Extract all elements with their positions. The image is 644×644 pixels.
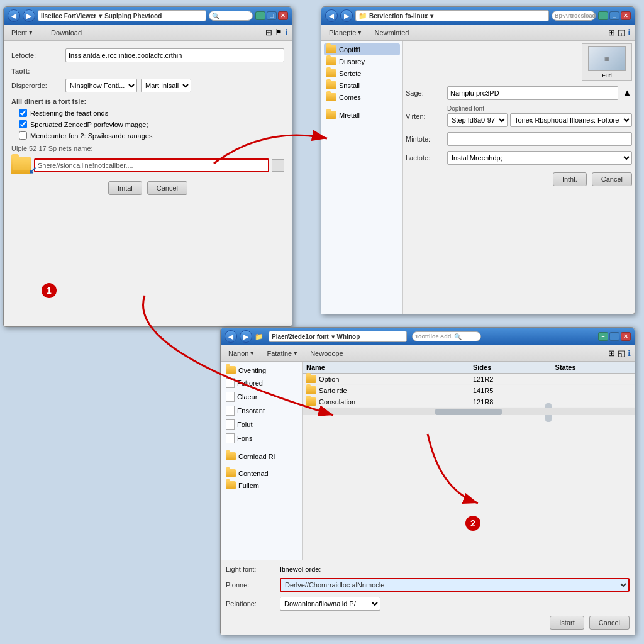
newooope-menu[interactable]: Newooope bbox=[306, 348, 347, 358]
sidebar-ensorant[interactable]: Ensorant bbox=[223, 404, 299, 418]
sidebar-claeur[interactable]: Claeur bbox=[223, 390, 299, 404]
fwd-btn-1[interactable]: ▶ bbox=[23, 9, 35, 22]
install-btn-1[interactable]: Imtal bbox=[108, 181, 142, 195]
back-btn-1[interactable]: ◀ bbox=[8, 9, 20, 22]
step-select[interactable]: Step Id6a0-97 bbox=[447, 113, 508, 127]
folder-icon-snstall bbox=[326, 81, 336, 89]
back-btn-3[interactable]: ◀ bbox=[225, 330, 237, 343]
checkbox-section: Alll dlnert is a fort fsle: Restiening t… bbox=[11, 97, 284, 140]
checkbox-row-2: Speruated ZencedP porfevlow magge; bbox=[11, 120, 284, 128]
browser-area: Ovehting Fettored Claeur Ensorant Folut bbox=[221, 362, 635, 560]
search-bar-1[interactable]: 🔍 bbox=[209, 11, 253, 21]
icon-help-2: ℹ bbox=[628, 28, 631, 37]
icon-flag-1: ⚑ bbox=[275, 28, 282, 37]
close-btn-3[interactable]: ✕ bbox=[621, 332, 631, 341]
file-icon-folut bbox=[226, 419, 235, 430]
file-icon-claeur bbox=[226, 392, 235, 402]
folder-icon-comes bbox=[326, 93, 336, 101]
sartoirde-row-content: Sartoirde bbox=[306, 386, 465, 394]
checkbox-2[interactable] bbox=[19, 120, 27, 128]
option-row-content: Option bbox=[306, 375, 465, 383]
sidebar-fuilem[interactable]: Fuilem bbox=[223, 479, 299, 491]
icon-help-3: ℹ bbox=[628, 348, 631, 358]
pelatione-row: Pelatione: Dowanlonafllownalid P/ bbox=[226, 597, 630, 611]
table-row[interactable]: Sartoirde 141R5 bbox=[303, 385, 635, 396]
table-row[interactable]: Consulation 121R8 bbox=[303, 396, 635, 408]
sidebar-cornload[interactable]: Cornload Ri bbox=[223, 450, 299, 462]
minimize-btn-3[interactable]: – bbox=[598, 332, 608, 341]
folder-dusorey[interactable]: Dusorey bbox=[324, 55, 400, 67]
file-list-3: Name Sides States Option bbox=[303, 362, 635, 560]
cell-option-sides: 121R2 bbox=[469, 374, 552, 385]
fatatine-menu[interactable]: Fatatine ▾ bbox=[263, 348, 301, 358]
plonne-select[interactable]: Derlve//Chomrraidloc alNnmocle bbox=[280, 578, 630, 592]
window-controls-3: – □ ✕ bbox=[598, 332, 631, 341]
folder-icon-large-1: ↙ bbox=[11, 157, 31, 174]
checkbox-row-3: Mendcunter fon 2: Spwilosarde ranages bbox=[11, 131, 284, 140]
mintote-input[interactable] bbox=[447, 132, 632, 146]
sidebar-contenad[interactable]: Contenad bbox=[223, 467, 299, 479]
newminted-menu[interactable]: Newminted bbox=[370, 28, 413, 38]
toolbar-icons-1: ⊞ ⚑ ℹ bbox=[265, 28, 288, 37]
back-btn-2[interactable]: ◀ bbox=[325, 9, 338, 22]
checkbox-1[interactable] bbox=[19, 109, 27, 117]
minimize-btn-2[interactable]: – bbox=[598, 11, 608, 20]
sidebar-ovehting[interactable]: Ovehting bbox=[223, 364, 299, 376]
download-menu[interactable]: Download bbox=[47, 28, 86, 38]
consulation-row-content: Consulation bbox=[306, 397, 465, 406]
folder-comes[interactable]: Comes bbox=[324, 91, 400, 103]
folder-icon-sartoirde bbox=[306, 386, 316, 394]
maximize-btn-1[interactable]: □ bbox=[267, 11, 277, 20]
sage-row: Sage: ▲ bbox=[406, 86, 632, 100]
toolbar-icons-3: ⊞ ◱ ℹ bbox=[608, 348, 631, 358]
disperorde-select2[interactable]: Mart Inisall bbox=[141, 79, 191, 92]
planepte-menu[interactable]: Planepte ▾ bbox=[325, 27, 365, 38]
toolbar-icons-2: ⊞ ◱ ℹ bbox=[608, 28, 631, 37]
path-input-field[interactable] bbox=[34, 158, 269, 172]
maximize-btn-2[interactable]: □ bbox=[609, 11, 619, 20]
folder-snstall[interactable]: Snstall bbox=[324, 79, 400, 91]
field-label: Ulpie 52 17 Sp nets name: bbox=[11, 145, 93, 152]
tonex-select[interactable]: Tonex Rbsphooal Illoanes: Foltore bbox=[510, 113, 632, 127]
sidebar-folut[interactable]: Folut bbox=[223, 418, 299, 431]
pelatione-select[interactable]: Dowanlonafllownalid P/ bbox=[280, 597, 380, 611]
toolbar-2: Planepte ▾ Newminted ⊞ ◱ ℹ bbox=[321, 25, 635, 41]
virten-row: Virten: Doplined font Step Id6a0-97 Tone… bbox=[406, 105, 632, 127]
cancel-btn-2[interactable]: Cancel bbox=[592, 172, 632, 186]
lactote-select[interactable]: InstallMrecnhdp; bbox=[447, 151, 632, 165]
search-bar-3[interactable]: 1oottiloe Add. 🔍 bbox=[412, 331, 481, 341]
maximize-btn-3[interactable]: □ bbox=[609, 332, 619, 341]
sidebar-fettored[interactable]: Fettored bbox=[223, 376, 299, 390]
search-bar-2[interactable]: Bp·Artroesload bbox=[552, 11, 596, 21]
location-input[interactable] bbox=[65, 48, 284, 62]
table-row[interactable]: Option 121R2 bbox=[303, 374, 635, 385]
folder-list: Coptiffl Dusorey Sertete Snstall Comes bbox=[321, 41, 403, 314]
folder-sertete[interactable]: Sertete bbox=[324, 67, 400, 79]
install-btn-2[interactable]: Inthl. bbox=[553, 172, 587, 186]
close-btn-1[interactable]: ✕ bbox=[278, 11, 288, 20]
search-separator: 1oottiloe Add. 🔍 bbox=[412, 331, 481, 341]
folder-icon-contenad bbox=[226, 469, 236, 477]
light-font-row: Light font: Itinewol orde: bbox=[226, 565, 630, 573]
folder-icon-ovehting bbox=[226, 366, 236, 374]
minimize-btn-1[interactable]: – bbox=[255, 11, 265, 20]
nanon-menu[interactable]: Nanon ▾ bbox=[225, 348, 258, 358]
scrollbar-h bbox=[303, 408, 635, 415]
cancel-btn-1[interactable]: Cancel bbox=[147, 181, 187, 195]
folder-coptiffl[interactable]: Coptiffl bbox=[324, 43, 400, 55]
checkbox-3[interactable] bbox=[19, 131, 27, 140]
folder-mretall[interactable]: Mretall bbox=[324, 109, 400, 121]
cancel-btn-3[interactable]: Cancel bbox=[589, 616, 630, 630]
plent-menu[interactable]: Plent ▾ bbox=[8, 27, 36, 38]
fwd-btn-2[interactable]: ▶ bbox=[340, 9, 353, 22]
sage-up-icon[interactable]: ▲ bbox=[622, 87, 632, 99]
cell-option-states bbox=[552, 374, 635, 385]
disperorde-select[interactable]: Ninsglhow Fonti... bbox=[65, 79, 137, 92]
file-icon-fettored bbox=[226, 378, 235, 388]
close-btn-2[interactable]: ✕ bbox=[621, 11, 631, 20]
sage-input[interactable] bbox=[447, 86, 618, 100]
sidebar-fons[interactable]: Fons bbox=[223, 431, 299, 445]
fwd-btn-3[interactable]: ▶ bbox=[240, 330, 252, 343]
browse-btn[interactable]: ... bbox=[272, 159, 284, 172]
start-btn-3[interactable]: Istart bbox=[550, 616, 584, 630]
